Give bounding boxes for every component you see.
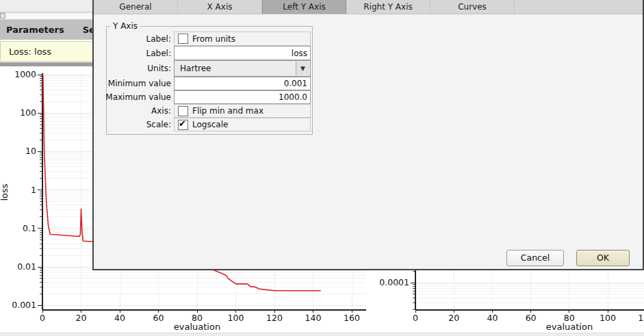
svg-text:loss: loss: [0, 183, 10, 201]
svg-text:20: 20: [76, 313, 87, 323]
label-input[interactable]: loss: [174, 46, 311, 60]
tab-left-y-axis[interactable]: Left Y Axis: [262, 0, 346, 14]
svg-text:140: 140: [305, 313, 322, 323]
row-label-from-units: Label: From units: [108, 31, 311, 46]
svg-text:1000: 1000: [14, 69, 36, 79]
logscale-checkbox[interactable]: [178, 120, 188, 130]
svg-text:60: 60: [526, 313, 537, 323]
curve-list-item-label: Loss: loss: [9, 47, 51, 57]
logscale-checkbox-label: Logscale: [192, 120, 228, 129]
row-units: Units: Hartree ▼: [108, 60, 311, 77]
groupbox-title: Y Axis: [111, 21, 140, 31]
cancel-button[interactable]: Cancel: [506, 250, 564, 266]
flip-min-max-checkbox[interactable]: [178, 106, 188, 116]
units-combobox-value: Hartree: [180, 64, 211, 73]
maximum-value-input[interactable]: 1000.0: [174, 90, 311, 104]
field-label: Scale:: [108, 118, 174, 131]
svg-text:1: 1: [31, 185, 36, 195]
svg-text:evaluation: evaluation: [546, 322, 593, 332]
svg-text:100: 100: [20, 107, 36, 118]
units-combobox[interactable]: Hartree ▼: [174, 60, 311, 77]
tab-right-y-axis[interactable]: Right Y Axis: [346, 0, 430, 14]
svg-text:0.01: 0.01: [17, 261, 36, 272]
tab-parameters[interactable]: Parameters: [6, 25, 64, 35]
svg-text:0.0001: 0.0001: [379, 277, 409, 287]
row-maximum: Maximum value 1000.0: [108, 90, 311, 104]
axis-settings-dialog: General X Axis Left Y Axis Right Y Axis …: [92, 0, 644, 270]
flip-min-max-checkbox-field[interactable]: Flip min and max: [174, 104, 311, 118]
from-units-checkbox[interactable]: [178, 34, 188, 44]
svg-text:0.001: 0.001: [12, 300, 36, 310]
chevron-down-icon[interactable]: ▼: [296, 62, 309, 75]
logscale-checkbox-field[interactable]: Logscale: [174, 118, 311, 131]
tab-curves[interactable]: Curves: [430, 0, 515, 14]
svg-text:0: 0: [40, 313, 45, 323]
dialog-tabbar: General X Axis Left Y Axis Right Y Axis …: [94, 0, 643, 14]
svg-text:120: 120: [638, 313, 644, 323]
row-axis-flip: Axis: Flip min and max: [108, 104, 311, 118]
from-units-checkbox-field[interactable]: From units: [174, 31, 311, 46]
field-label: Label:: [108, 46, 174, 60]
svg-text:10: 10: [25, 146, 36, 156]
svg-text:0.1: 0.1: [23, 223, 36, 233]
row-label-text: Label: loss: [108, 46, 311, 60]
tab-x-axis[interactable]: X Axis: [178, 0, 262, 14]
svg-text:60: 60: [153, 313, 164, 323]
row-minimum: Minimum value 0.001: [108, 77, 311, 90]
svg-text:40: 40: [487, 313, 498, 323]
svg-text:120: 120: [266, 313, 283, 323]
svg-text:0: 0: [413, 313, 418, 323]
window-bottom-strip: [0, 333, 644, 336]
svg-text:40: 40: [114, 313, 125, 323]
splitter-handle-icon[interactable]: [0, 13, 5, 18]
tab-general[interactable]: General: [94, 0, 178, 14]
field-label: Maximum value: [108, 90, 174, 104]
svg-text:evaluation: evaluation: [174, 322, 220, 332]
svg-text:20: 20: [448, 313, 459, 323]
svg-text:100: 100: [600, 313, 616, 323]
field-label: Axis:: [108, 104, 174, 118]
ok-button[interactable]: OK: [576, 250, 630, 266]
minimum-value-input[interactable]: 0.001: [174, 77, 311, 90]
field-label: Label:: [108, 31, 174, 46]
svg-text:100: 100: [228, 313, 244, 323]
field-label: Minimum value: [108, 77, 174, 90]
svg-text:160: 160: [344, 313, 360, 323]
row-scale: Scale: Logscale: [108, 118, 311, 131]
field-label: Units:: [108, 60, 174, 77]
flip-min-max-checkbox-label: Flip min and max: [192, 106, 263, 116]
from-units-checkbox-label: From units: [192, 34, 235, 44]
y-axis-groupbox: Y Axis Label: From units Label: loss Uni…: [106, 21, 313, 135]
